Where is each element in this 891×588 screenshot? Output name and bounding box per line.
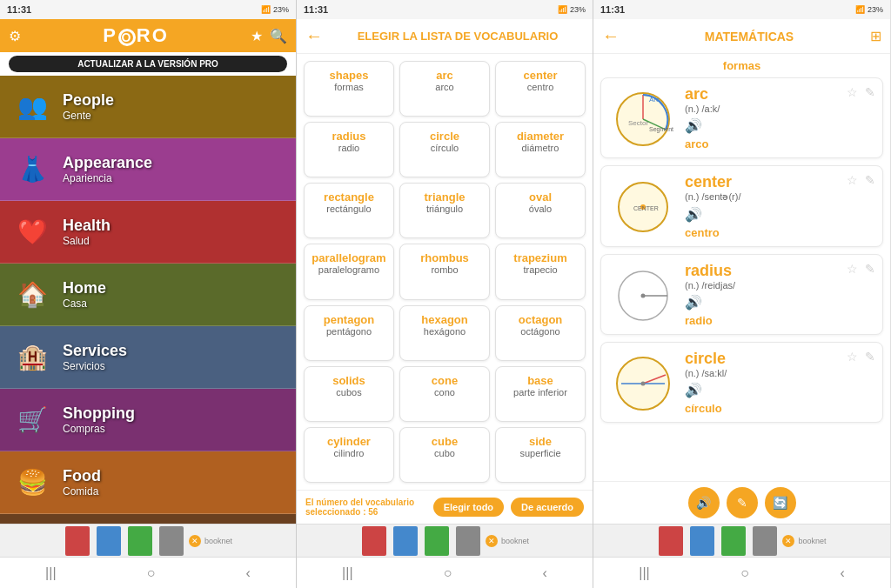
back-button-3[interactable]: ← xyxy=(602,26,620,46)
vocab-card-octagon[interactable]: octagon octágono xyxy=(495,305,586,361)
vocab-en-solids: solids xyxy=(308,374,390,387)
nav-back-btn-2[interactable]: ‹ xyxy=(543,565,547,581)
vocab-card-base[interactable]: base parte inferior xyxy=(495,366,586,422)
pro-banner[interactable]: ACTUALIZAR A LA VERSIÓN PRO xyxy=(9,56,287,72)
ad-close-btn-3[interactable]: ✕ xyxy=(782,535,794,547)
circle-edit-icon[interactable]: ✎ xyxy=(865,350,875,364)
menu-item-food[interactable]: 🍔 Food Comida xyxy=(0,451,296,514)
ad-close-btn-1[interactable]: ✕ xyxy=(189,535,201,547)
vocab-card-cylinder[interactable]: cylinder cilindro xyxy=(304,427,394,483)
filter-icon[interactable]: ⊞ xyxy=(870,28,881,44)
word-card-radius: radius (n.) /reidjas/ 🔊 radio ☆ ✎ xyxy=(600,254,883,335)
vocab-card-trapezium[interactable]: trapezium trapecio xyxy=(495,244,586,299)
count-text: El número del vocabulario seleccionado :… xyxy=(305,498,426,517)
vocab-card-center[interactable]: center centro xyxy=(495,61,586,117)
svg-point-13 xyxy=(641,382,646,386)
vocab-card-triangle[interactable]: triangle triángulo xyxy=(399,183,490,238)
nav-back-btn-3[interactable]: ‹ xyxy=(840,565,844,581)
vocab-card-hexagon[interactable]: hexagon hexágono xyxy=(399,305,490,361)
status-bar-2: 11:31 📶 23% xyxy=(297,0,593,19)
bottom-nav-1: ||| ○ ‹ xyxy=(0,557,296,588)
ad-close-btn-2[interactable]: ✕ xyxy=(486,535,498,547)
vocab-card-parallelogram[interactable]: parallelogram paralelogramo xyxy=(304,244,394,299)
menu-item-health[interactable]: ❤️ Health Salud xyxy=(0,201,296,264)
vocab-card-circle[interactable]: circle círculo xyxy=(399,122,490,177)
center-diagram: CENTER xyxy=(608,173,678,238)
center-edit-icon[interactable]: ✎ xyxy=(865,173,875,187)
phone3-header: ← MATEMÁTICAS ⊞ xyxy=(593,19,890,54)
status-icons-3: 📶 23% xyxy=(855,5,883,14)
menu-item-eating-out[interactable]: 🍽️ Eating Out xyxy=(0,514,296,524)
ok-button[interactable]: De acuerdo xyxy=(511,498,584,517)
menu-item-people[interactable]: 👥 People Gente xyxy=(0,76,296,138)
action-shuffle-btn[interactable]: 🔄 xyxy=(765,487,796,518)
food-icon: 🍔 xyxy=(13,463,52,502)
nav-home-btn-2[interactable]: ○ xyxy=(444,565,452,581)
select-all-button[interactable]: Elegir todo xyxy=(433,498,504,517)
vocab-card-diameter[interactable]: diameter diámetro xyxy=(495,122,586,177)
ad-book-9 xyxy=(659,526,683,556)
nav-home-btn-3[interactable]: ○ xyxy=(740,565,749,581)
vocab-card-side[interactable]: side superficie xyxy=(495,427,586,483)
nav-home-btn-1[interactable]: ○ xyxy=(147,565,156,581)
vocab-es-center: centro xyxy=(499,82,581,92)
action-audio-btn[interactable]: 🔊 xyxy=(688,487,720,518)
menu-item-services[interactable]: 🏨 Services Servicios xyxy=(0,326,296,389)
vocab-card-arc[interactable]: arc arco xyxy=(399,61,490,117)
vocab-es-cylinder: cilindro xyxy=(308,448,390,458)
vocab-card-cone[interactable]: cone cono xyxy=(399,366,490,422)
ad-book-5 xyxy=(362,526,386,556)
radius-audio-btn[interactable]: 🔊 xyxy=(685,294,875,311)
battery-pct-3: 23% xyxy=(868,5,883,14)
menu-item-home[interactable]: 🏠 Home Casa xyxy=(0,264,296,326)
vocab-en-trapezium: trapezium xyxy=(499,251,581,264)
ad-book-12 xyxy=(753,526,777,556)
ad-banner-3: ✕ booknet xyxy=(593,524,890,557)
status-icons-2: 📶 23% xyxy=(558,5,586,14)
vocab-en-cube: cube xyxy=(404,435,486,448)
nav-menu-btn-1[interactable]: ||| xyxy=(45,565,56,581)
vocab-card-rhombus[interactable]: rhombus rombo xyxy=(399,244,490,299)
ad-book-3 xyxy=(128,526,152,556)
status-icons-1: 📶 23% xyxy=(261,5,289,14)
menu-item-shopping[interactable]: 🛒 Shopping Compras xyxy=(0,389,296,451)
vocab-card-rectangle[interactable]: rectangle rectángulo xyxy=(304,183,394,238)
appearance-es: Apariencia xyxy=(63,172,152,184)
gear-icon[interactable]: ⚙ xyxy=(9,28,21,44)
nav-back-btn-1[interactable]: ‹ xyxy=(246,565,251,581)
vocab-en-pentagon: pentagon xyxy=(308,313,390,326)
menu-item-appearance[interactable]: 👗 Appearance Apariencia xyxy=(0,138,296,201)
health-en: Health xyxy=(63,217,111,235)
arc-audio-btn[interactable]: 🔊 xyxy=(685,117,875,134)
ad-book-8 xyxy=(456,526,480,556)
people-en: People xyxy=(63,91,114,110)
arc-edit-icon[interactable]: ✎ xyxy=(865,85,875,99)
section-header: formas xyxy=(600,54,883,77)
circle-audio-btn[interactable]: 🔊 xyxy=(685,382,875,398)
circle-star-icon[interactable]: ☆ xyxy=(847,350,858,364)
vocab-card-oval[interactable]: oval óvalo xyxy=(495,183,586,238)
vocab-card-cube[interactable]: cube cubo xyxy=(399,427,490,483)
radius-star-icon[interactable]: ☆ xyxy=(847,262,858,276)
vocab-es-parallelogram: paralelogramo xyxy=(308,264,390,275)
action-edit-btn[interactable]: ✎ xyxy=(727,487,758,518)
vocab-card-shapes[interactable]: shapes formas xyxy=(304,61,394,117)
appearance-en: Appearance xyxy=(63,154,152,172)
radius-edit-icon[interactable]: ✎ xyxy=(865,262,875,276)
nav-menu-btn-3[interactable]: ||| xyxy=(639,565,649,581)
vocab-card-pentagon[interactable]: pentagon pentágono xyxy=(304,305,394,361)
back-button-2[interactable]: ← xyxy=(305,26,323,46)
vocab-card-solids[interactable]: solids cubos xyxy=(304,366,394,422)
star-icon[interactable]: ★ xyxy=(251,28,263,44)
food-text: Food Comida xyxy=(63,467,101,498)
nav-menu-btn-2[interactable]: ||| xyxy=(342,565,352,581)
vocab-grid: shapes formas arc arco center centro rad… xyxy=(297,54,593,490)
search-icon[interactable]: 🔍 xyxy=(270,28,287,44)
vocab-card-radius[interactable]: radius radio xyxy=(304,122,394,177)
center-audio-btn[interactable]: 🔊 xyxy=(685,206,875,223)
vocab-en-arc: arc xyxy=(404,69,486,82)
arc-star-icon[interactable]: ☆ xyxy=(847,85,858,99)
center-star-icon[interactable]: ☆ xyxy=(847,173,858,187)
phone2: 11:31 📶 23% ← ELEGIR LA LISTA DE VOCABUL… xyxy=(297,0,593,588)
vocab-es-triangle: triángulo xyxy=(404,204,486,214)
